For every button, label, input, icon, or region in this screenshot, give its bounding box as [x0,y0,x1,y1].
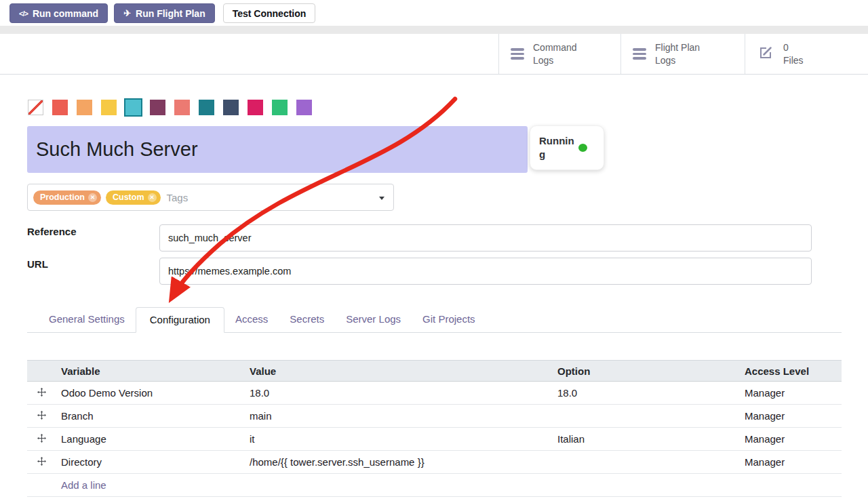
status-label: Running [539,134,574,162]
tag-label: Custom [113,193,144,202]
test-connection-label: Test Connection [233,8,307,19]
plane-icon: ✈ [123,8,131,18]
files-count-label: 0 Files [783,41,804,66]
cell-option[interactable]: 18.0 [552,382,739,405]
add-line-cell: Add a line [56,474,842,497]
cell-value[interactable]: it [244,428,552,451]
server-name-input[interactable] [27,126,528,173]
edit-pencil-icon [757,45,774,64]
table-row[interactable]: Language it Italian Manager [27,428,842,451]
reference-label: Reference [27,226,77,237]
drag-column-header [27,361,56,382]
column-header-variable: Variable [56,361,244,382]
empty-cell [27,474,56,497]
tag-label: Production [40,193,85,202]
swatch-salmon[interactable] [174,100,190,115]
server-form-page: </> Run command ✈ Run Flight Plan Test C… [0,0,868,503]
add-line-link[interactable]: Add a line [61,479,106,491]
reference-input[interactable] [159,224,812,252]
server-status-card: Running [530,125,604,170]
column-header-option: Option [552,361,739,382]
flight-plan-logs-stat-button[interactable]: Flight Plan Logs [620,34,745,74]
cell-value[interactable]: /home/{{ tower.server.ssh_username }} [244,451,552,474]
cell-access-level[interactable]: Manager [739,428,842,451]
tab-configuration[interactable]: Configuration [136,307,224,333]
status-dot-icon [578,144,587,152]
drag-handle-icon[interactable] [27,382,56,405]
tag-custom: Custom ✕ [106,190,161,205]
page-divider [0,26,868,34]
run-flight-plan-label: Run Flight Plan [136,8,205,19]
stat-line1: Flight Plan [655,42,700,53]
cell-variable[interactable]: Language [56,428,244,451]
notebook-tabs: General Settings Configuration Access Se… [27,307,842,333]
table-row[interactable]: Directory /home/{{ tower.server.ssh_user… [27,451,842,474]
table-row[interactable]: Odoo Demo Version 18.0 18.0 Manager [27,382,842,405]
run-command-button[interactable]: </> Run command [9,3,108,23]
code-icon: </> [19,9,28,18]
color-picker [28,100,312,115]
tab-general-settings[interactable]: General Settings [38,307,136,332]
swatch-no-color[interactable] [28,100,43,115]
tab-access[interactable]: Access [224,307,279,332]
drag-handle-icon[interactable] [27,428,56,451]
cell-variable[interactable]: Directory [56,451,244,474]
tags-field[interactable]: Production ✕ Custom ✕ Tags [27,184,394,211]
swatch-green[interactable] [272,100,288,115]
cell-option[interactable]: Italian [552,428,739,451]
run-command-label: Run command [33,8,98,19]
stat-line2: Files [783,55,804,66]
swatch-purple[interactable] [296,100,312,115]
cell-variable[interactable]: Odoo Demo Version [56,382,244,405]
variables-table: Variable Value Option Access Level Odoo … [27,360,842,497]
list-icon [511,48,524,60]
list-icon [633,48,646,60]
form-statusbar: Command Logs Flight Plan Logs 0 Files [0,34,868,75]
tag-production: Production ✕ [33,190,101,205]
flight-plan-logs-label: Flight Plan Logs [655,41,700,66]
table-header-row: Variable Value Option Access Level [27,361,842,382]
cell-variable[interactable]: Branch [56,405,244,428]
tab-git-projects[interactable]: Git Projects [412,307,486,332]
column-header-access-level: Access Level [739,361,842,382]
command-logs-stat-button[interactable]: Command Logs [498,34,620,74]
swatch-navy[interactable] [223,100,239,115]
test-connection-button[interactable]: Test Connection [223,3,316,23]
swatch-plum[interactable] [150,100,165,115]
files-stat-button[interactable]: 0 Files [745,34,868,74]
column-header-value: Value [244,361,552,382]
tab-server-logs[interactable]: Server Logs [335,307,412,332]
swatch-yellow[interactable] [101,100,117,115]
run-flight-plan-button[interactable]: ✈ Run Flight Plan [114,3,215,23]
url-label: URL [27,258,48,270]
command-logs-label: Command Logs [533,41,577,66]
url-input[interactable] [159,258,812,285]
action-toolbar: </> Run command ✈ Run Flight Plan Test C… [9,3,315,23]
swatch-orange[interactable] [77,100,92,115]
remove-tag-icon[interactable]: ✕ [88,193,97,202]
cell-access-level[interactable]: Manager [739,382,842,405]
chevron-down-icon[interactable] [379,197,384,200]
stat-line1: 0 [783,42,789,53]
add-line-row: Add a line [27,474,842,497]
drag-handle-icon[interactable] [27,451,56,474]
stat-line1: Command [533,42,577,53]
tags-placeholder: Tags [167,192,189,203]
cell-option[interactable] [552,451,739,474]
cell-access-level[interactable]: Manager [739,451,842,474]
cell-value[interactable]: main [244,405,552,428]
cell-access-level[interactable]: Manager [739,405,842,428]
tab-secrets[interactable]: Secrets [279,307,335,332]
stat-line2: Logs [533,55,553,66]
swatch-teal[interactable] [199,100,214,115]
drag-handle-icon[interactable] [27,405,56,428]
stat-line2: Logs [655,55,675,66]
swatch-red[interactable] [52,100,68,115]
cell-value[interactable]: 18.0 [244,382,552,405]
remove-tag-icon[interactable]: ✕ [148,193,157,202]
table-row[interactable]: Branch main Manager [27,405,842,428]
swatch-cyan-selected[interactable] [125,100,141,115]
cell-option[interactable] [552,405,739,428]
swatch-magenta[interactable] [248,100,263,115]
